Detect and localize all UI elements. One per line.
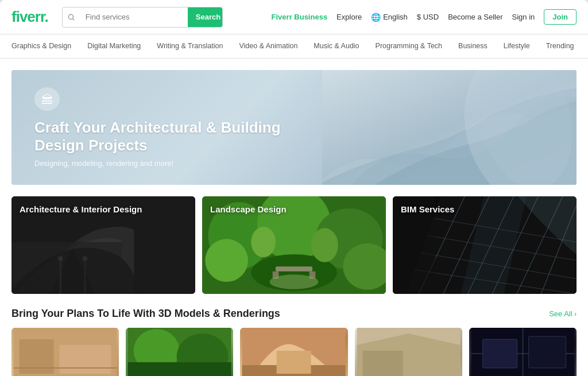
nav-item-graphics[interactable]: Graphics & Design bbox=[11, 34, 79, 58]
nav-item-lifestyle[interactable]: Lifestyle bbox=[496, 34, 538, 58]
main-nav: Graphics & Design Digital Marketing Writ… bbox=[0, 34, 588, 59]
section-title: Bring Your Plans To Life With 3D Models … bbox=[11, 308, 280, 320]
svg-rect-39 bbox=[60, 345, 111, 374]
nav-item-writing[interactable]: Writing & Translation bbox=[149, 34, 231, 58]
svg-rect-55 bbox=[528, 336, 566, 368]
thumbnail-row bbox=[11, 328, 577, 376]
fiverr-logo[interactable]: fiverr. bbox=[11, 8, 48, 26]
hero-title: Craft Your Architectural & Building Desi… bbox=[34, 119, 333, 154]
svg-rect-47 bbox=[277, 351, 311, 374]
thumbnail-2[interactable] bbox=[126, 328, 233, 376]
explore-link[interactable]: Explore bbox=[336, 13, 362, 21]
svg-line-1 bbox=[73, 18, 75, 20]
svg-point-22 bbox=[251, 227, 276, 257]
category-card-bim-label: BIM Services bbox=[401, 204, 454, 214]
3d-models-section: Bring Your Plans To Life With 3D Models … bbox=[11, 308, 577, 376]
search-bar: Search bbox=[62, 7, 223, 28]
currency-selector[interactable]: $ USD bbox=[417, 13, 439, 21]
category-card-landscape[interactable]: Landscape Design bbox=[202, 196, 386, 294]
search-icon bbox=[63, 13, 80, 21]
nav-item-business[interactable]: Business bbox=[450, 34, 496, 58]
language-selector[interactable]: 🌐 English bbox=[371, 13, 408, 22]
see-all-link[interactable]: See All › bbox=[549, 309, 577, 318]
svg-rect-50 bbox=[414, 356, 454, 376]
thumbnail-3[interactable] bbox=[240, 328, 347, 376]
search-button[interactable]: Search bbox=[188, 7, 223, 27]
nav-item-programming[interactable]: Programming & Tech bbox=[368, 34, 451, 58]
nav-item-video[interactable]: Video & Animation bbox=[231, 34, 305, 58]
thumbnail-5[interactable] bbox=[469, 328, 577, 376]
svg-point-0 bbox=[68, 14, 73, 19]
category-grid: Architecture & Interior Design bbox=[11, 196, 577, 294]
hero-icon bbox=[34, 87, 60, 111]
svg-rect-44 bbox=[128, 362, 231, 376]
nav-item-music[interactable]: Music & Audio bbox=[305, 34, 367, 58]
svg-rect-18 bbox=[276, 266, 312, 272]
search-input[interactable] bbox=[80, 13, 188, 21]
join-button[interactable]: Join bbox=[544, 9, 577, 25]
language-label: English bbox=[383, 13, 408, 21]
section-header: Bring Your Plans To Life With 3D Models … bbox=[11, 308, 577, 320]
svg-point-21 bbox=[269, 274, 318, 289]
svg-rect-49 bbox=[362, 351, 403, 376]
hero-banner: Craft Your Architectural & Building Desi… bbox=[11, 70, 577, 185]
category-card-architecture[interactable]: Architecture & Interior Design bbox=[11, 196, 195, 294]
nav-item-digital-marketing[interactable]: Digital Marketing bbox=[79, 34, 149, 58]
thumbnail-4[interactable] bbox=[355, 328, 462, 376]
hero-building-image bbox=[322, 70, 577, 185]
thumbnail-1[interactable] bbox=[11, 328, 119, 376]
category-card-landscape-label: Landscape Design bbox=[210, 204, 287, 214]
category-card-bim[interactable]: BIM Services bbox=[393, 196, 577, 294]
svg-rect-54 bbox=[482, 339, 517, 368]
fiverr-business-link[interactable]: Fiverr Business bbox=[272, 13, 328, 21]
become-seller-link[interactable]: Become a Seller bbox=[448, 13, 502, 21]
globe-icon: 🌐 bbox=[371, 13, 381, 22]
svg-point-23 bbox=[311, 228, 338, 262]
svg-point-15 bbox=[205, 239, 248, 282]
sign-in-link[interactable]: Sign in bbox=[512, 13, 535, 21]
nav-item-trending[interactable]: Trending bbox=[538, 34, 582, 58]
header-right: Fiverr Business Explore 🌐 English $ USD … bbox=[272, 9, 577, 25]
category-card-architecture-label: Architecture & Interior Design bbox=[20, 204, 142, 214]
